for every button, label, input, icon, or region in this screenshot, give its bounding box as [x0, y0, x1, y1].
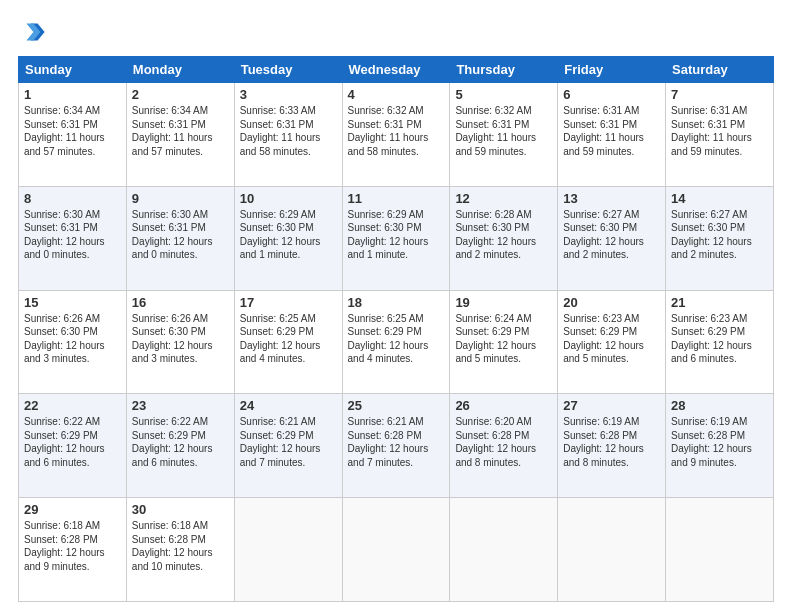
day-info: Sunrise: 6:21 AMSunset: 6:28 PMDaylight:…	[348, 415, 445, 469]
day-info: Sunrise: 6:27 AMSunset: 6:30 PMDaylight:…	[671, 208, 768, 262]
day-number: 3	[240, 87, 337, 102]
day-info: Sunrise: 6:26 AMSunset: 6:30 PMDaylight:…	[24, 312, 121, 366]
calendar-cell: 14Sunrise: 6:27 AMSunset: 6:30 PMDayligh…	[666, 186, 774, 290]
day-number: 4	[348, 87, 445, 102]
day-number: 17	[240, 295, 337, 310]
day-number: 29	[24, 502, 121, 517]
day-number: 8	[24, 191, 121, 206]
calendar-cell: 30Sunrise: 6:18 AMSunset: 6:28 PMDayligh…	[126, 498, 234, 602]
day-info: Sunrise: 6:18 AMSunset: 6:28 PMDaylight:…	[24, 519, 121, 573]
calendar-cell: 7Sunrise: 6:31 AMSunset: 6:31 PMDaylight…	[666, 83, 774, 187]
day-info: Sunrise: 6:31 AMSunset: 6:31 PMDaylight:…	[563, 104, 660, 158]
calendar-cell: 6Sunrise: 6:31 AMSunset: 6:31 PMDaylight…	[558, 83, 666, 187]
day-number: 23	[132, 398, 229, 413]
calendar-cell: 28Sunrise: 6:19 AMSunset: 6:28 PMDayligh…	[666, 394, 774, 498]
day-info: Sunrise: 6:33 AMSunset: 6:31 PMDaylight:…	[240, 104, 337, 158]
day-info: Sunrise: 6:34 AMSunset: 6:31 PMDaylight:…	[132, 104, 229, 158]
day-number: 11	[348, 191, 445, 206]
day-info: Sunrise: 6:27 AMSunset: 6:30 PMDaylight:…	[563, 208, 660, 262]
day-info: Sunrise: 6:31 AMSunset: 6:31 PMDaylight:…	[671, 104, 768, 158]
weekday-header-monday: Monday	[126, 57, 234, 83]
weekday-header-saturday: Saturday	[666, 57, 774, 83]
day-number: 25	[348, 398, 445, 413]
day-info: Sunrise: 6:25 AMSunset: 6:29 PMDaylight:…	[348, 312, 445, 366]
calendar-cell: 10Sunrise: 6:29 AMSunset: 6:30 PMDayligh…	[234, 186, 342, 290]
calendar-cell: 16Sunrise: 6:26 AMSunset: 6:30 PMDayligh…	[126, 290, 234, 394]
day-number: 1	[24, 87, 121, 102]
calendar-cell	[342, 498, 450, 602]
calendar-cell: 9Sunrise: 6:30 AMSunset: 6:31 PMDaylight…	[126, 186, 234, 290]
page-header	[18, 18, 774, 46]
calendar-cell: 24Sunrise: 6:21 AMSunset: 6:29 PMDayligh…	[234, 394, 342, 498]
day-info: Sunrise: 6:30 AMSunset: 6:31 PMDaylight:…	[24, 208, 121, 262]
day-number: 14	[671, 191, 768, 206]
day-number: 19	[455, 295, 552, 310]
calendar-cell: 12Sunrise: 6:28 AMSunset: 6:30 PMDayligh…	[450, 186, 558, 290]
day-info: Sunrise: 6:22 AMSunset: 6:29 PMDaylight:…	[132, 415, 229, 469]
calendar-cell: 15Sunrise: 6:26 AMSunset: 6:30 PMDayligh…	[19, 290, 127, 394]
day-number: 30	[132, 502, 229, 517]
calendar-cell: 29Sunrise: 6:18 AMSunset: 6:28 PMDayligh…	[19, 498, 127, 602]
day-number: 18	[348, 295, 445, 310]
day-info: Sunrise: 6:32 AMSunset: 6:31 PMDaylight:…	[348, 104, 445, 158]
day-info: Sunrise: 6:24 AMSunset: 6:29 PMDaylight:…	[455, 312, 552, 366]
day-number: 26	[455, 398, 552, 413]
day-number: 21	[671, 295, 768, 310]
day-number: 28	[671, 398, 768, 413]
day-info: Sunrise: 6:21 AMSunset: 6:29 PMDaylight:…	[240, 415, 337, 469]
calendar-cell	[234, 498, 342, 602]
calendar-cell: 22Sunrise: 6:22 AMSunset: 6:29 PMDayligh…	[19, 394, 127, 498]
calendar-cell: 13Sunrise: 6:27 AMSunset: 6:30 PMDayligh…	[558, 186, 666, 290]
calendar-cell: 2Sunrise: 6:34 AMSunset: 6:31 PMDaylight…	[126, 83, 234, 187]
day-number: 6	[563, 87, 660, 102]
day-number: 22	[24, 398, 121, 413]
calendar-cell: 18Sunrise: 6:25 AMSunset: 6:29 PMDayligh…	[342, 290, 450, 394]
day-info: Sunrise: 6:25 AMSunset: 6:29 PMDaylight:…	[240, 312, 337, 366]
day-number: 24	[240, 398, 337, 413]
day-number: 20	[563, 295, 660, 310]
day-number: 27	[563, 398, 660, 413]
day-number: 15	[24, 295, 121, 310]
logo-icon	[18, 18, 46, 46]
calendar-cell: 19Sunrise: 6:24 AMSunset: 6:29 PMDayligh…	[450, 290, 558, 394]
day-info: Sunrise: 6:19 AMSunset: 6:28 PMDaylight:…	[671, 415, 768, 469]
calendar-cell: 17Sunrise: 6:25 AMSunset: 6:29 PMDayligh…	[234, 290, 342, 394]
day-info: Sunrise: 6:28 AMSunset: 6:30 PMDaylight:…	[455, 208, 552, 262]
calendar-cell: 3Sunrise: 6:33 AMSunset: 6:31 PMDaylight…	[234, 83, 342, 187]
calendar-cell	[558, 498, 666, 602]
day-info: Sunrise: 6:23 AMSunset: 6:29 PMDaylight:…	[671, 312, 768, 366]
calendar-cell: 27Sunrise: 6:19 AMSunset: 6:28 PMDayligh…	[558, 394, 666, 498]
calendar-cell: 4Sunrise: 6:32 AMSunset: 6:31 PMDaylight…	[342, 83, 450, 187]
logo	[18, 18, 50, 46]
calendar-cell: 25Sunrise: 6:21 AMSunset: 6:28 PMDayligh…	[342, 394, 450, 498]
calendar-cell: 8Sunrise: 6:30 AMSunset: 6:31 PMDaylight…	[19, 186, 127, 290]
calendar-cell	[450, 498, 558, 602]
weekday-header-tuesday: Tuesday	[234, 57, 342, 83]
weekday-header-thursday: Thursday	[450, 57, 558, 83]
calendar-cell: 26Sunrise: 6:20 AMSunset: 6:28 PMDayligh…	[450, 394, 558, 498]
day-info: Sunrise: 6:30 AMSunset: 6:31 PMDaylight:…	[132, 208, 229, 262]
day-info: Sunrise: 6:29 AMSunset: 6:30 PMDaylight:…	[348, 208, 445, 262]
day-info: Sunrise: 6:18 AMSunset: 6:28 PMDaylight:…	[132, 519, 229, 573]
day-info: Sunrise: 6:19 AMSunset: 6:28 PMDaylight:…	[563, 415, 660, 469]
day-number: 9	[132, 191, 229, 206]
calendar-table: SundayMondayTuesdayWednesdayThursdayFrid…	[18, 56, 774, 602]
calendar-cell: 21Sunrise: 6:23 AMSunset: 6:29 PMDayligh…	[666, 290, 774, 394]
day-info: Sunrise: 6:23 AMSunset: 6:29 PMDaylight:…	[563, 312, 660, 366]
day-info: Sunrise: 6:29 AMSunset: 6:30 PMDaylight:…	[240, 208, 337, 262]
calendar-cell: 23Sunrise: 6:22 AMSunset: 6:29 PMDayligh…	[126, 394, 234, 498]
day-info: Sunrise: 6:32 AMSunset: 6:31 PMDaylight:…	[455, 104, 552, 158]
day-info: Sunrise: 6:20 AMSunset: 6:28 PMDaylight:…	[455, 415, 552, 469]
day-info: Sunrise: 6:26 AMSunset: 6:30 PMDaylight:…	[132, 312, 229, 366]
weekday-header-wednesday: Wednesday	[342, 57, 450, 83]
day-number: 7	[671, 87, 768, 102]
day-info: Sunrise: 6:34 AMSunset: 6:31 PMDaylight:…	[24, 104, 121, 158]
day-number: 16	[132, 295, 229, 310]
calendar-cell	[666, 498, 774, 602]
day-number: 12	[455, 191, 552, 206]
day-number: 5	[455, 87, 552, 102]
day-info: Sunrise: 6:22 AMSunset: 6:29 PMDaylight:…	[24, 415, 121, 469]
calendar-cell: 5Sunrise: 6:32 AMSunset: 6:31 PMDaylight…	[450, 83, 558, 187]
day-number: 10	[240, 191, 337, 206]
weekday-header-friday: Friday	[558, 57, 666, 83]
